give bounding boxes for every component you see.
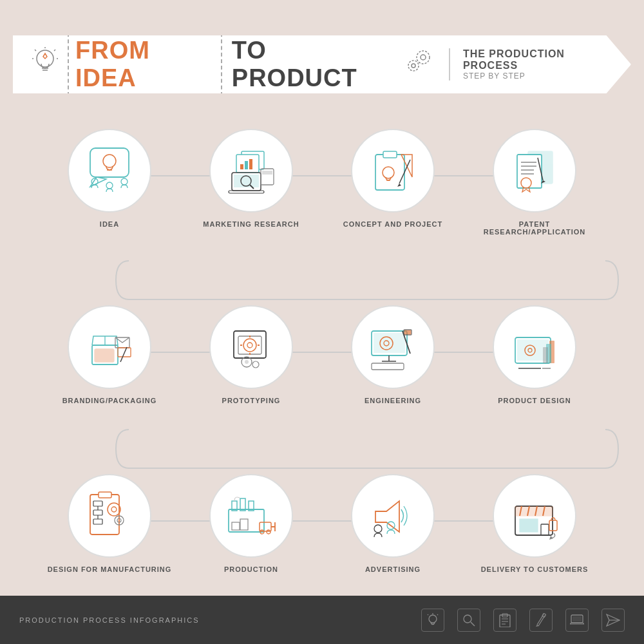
production-label: PRODUCTION <box>224 565 278 573</box>
svg-rect-112 <box>541 524 549 535</box>
branding-icon-circle <box>68 305 151 389</box>
subtitle-line2: STEP BY STEP <box>463 71 612 80</box>
footer: PRODUCTION PROCESS INFOGRAPHICS <box>0 596 644 644</box>
product-design-icon-circle <box>493 305 576 389</box>
svg-rect-30 <box>262 171 272 175</box>
svg-rect-78 <box>95 349 114 362</box>
svg-line-2 <box>35 50 36 51</box>
lightbulb-icon <box>32 47 58 82</box>
svg-point-67 <box>243 339 256 352</box>
page: FROM IDEA TO PRODUCT THE PRODUCTION PROC… <box>0 0 644 644</box>
footer-pen-icon <box>529 609 553 632</box>
svg-point-115 <box>429 615 437 623</box>
svg-rect-132 <box>573 616 582 621</box>
svg-point-68 <box>247 343 252 348</box>
svg-rect-21 <box>240 164 243 169</box>
svg-rect-25 <box>234 175 259 187</box>
svg-point-11 <box>412 64 415 68</box>
delivery-label: DELIVERY TO CUSTOMERS <box>481 565 589 573</box>
production-icon-circle <box>209 474 293 558</box>
from-idea-text: FROM IDEA <box>75 37 150 91</box>
idea-label: IDEA <box>100 220 119 228</box>
svg-point-14 <box>103 155 116 167</box>
design-mfg-label: DESIGN FOR MANUFACTURING <box>48 565 172 573</box>
svg-point-74 <box>245 360 249 364</box>
row12-connector <box>52 261 592 280</box>
svg-rect-82 <box>90 495 119 535</box>
svg-line-118 <box>428 614 428 615</box>
svg-point-89 <box>108 503 120 516</box>
engineering-label: ENGINEERING <box>365 397 421 404</box>
svg-rect-111 <box>520 519 538 532</box>
svg-rect-53 <box>543 347 548 363</box>
svg-point-90 <box>111 507 117 512</box>
svg-rect-62 <box>372 363 404 370</box>
svg-point-104 <box>374 525 382 533</box>
idea-icon-circle <box>68 129 151 213</box>
svg-rect-84 <box>93 501 102 506</box>
header-subtitle: THE PRODUCTION PROCESS STEP BY STEP <box>449 48 612 80</box>
svg-line-121 <box>471 622 475 626</box>
svg-line-119 <box>437 614 438 615</box>
marketing-icon-circle <box>209 129 293 213</box>
svg-rect-83 <box>99 492 111 498</box>
footer-search-icon <box>457 609 480 632</box>
branding-label: BRANDING/PACKAGING <box>62 397 157 404</box>
design-mfg-icon-circle <box>68 474 151 558</box>
product-design-label: PRODUCT DESIGN <box>498 397 571 404</box>
svg-point-101 <box>267 530 270 534</box>
svg-rect-12 <box>90 148 129 177</box>
svg-rect-32 <box>383 151 397 158</box>
footer-lightbulb-icon <box>421 609 444 632</box>
svg-rect-23 <box>249 159 252 169</box>
svg-marker-35 <box>401 155 412 177</box>
patent-label: PATENT RESEARCH/APPLICATION <box>470 220 599 236</box>
svg-rect-130 <box>542 613 546 617</box>
svg-line-3 <box>54 50 55 51</box>
svg-rect-64 <box>404 330 412 335</box>
advertising-label: ADVERTISING <box>365 565 421 573</box>
concept-label: CONCEPT AND PROJECT <box>343 220 442 228</box>
svg-point-120 <box>464 615 471 623</box>
svg-point-8 <box>417 51 430 64</box>
svg-point-75 <box>252 361 259 368</box>
header-banner: FROM IDEA TO PRODUCT THE PRODUCTION PROC… <box>13 35 631 93</box>
gears-icon <box>401 48 436 81</box>
engineering-icon-circle <box>351 305 435 389</box>
svg-rect-102 <box>232 522 240 530</box>
from-idea-box: FROM IDEA <box>68 33 222 96</box>
svg-rect-86 <box>93 510 102 515</box>
svg-point-33 <box>383 167 394 178</box>
svg-marker-37 <box>397 184 401 187</box>
svg-point-18 <box>121 178 128 185</box>
svg-point-17 <box>106 182 113 189</box>
footer-paper-plane-icon <box>601 609 625 632</box>
svg-point-9 <box>421 55 426 60</box>
svg-rect-88 <box>93 519 102 524</box>
footer-laptop-icon <box>565 609 589 632</box>
delivery-icon-circle <box>493 474 576 558</box>
subtitle-line1: THE PRODUCTION PROCESS <box>463 48 612 71</box>
marketing-label: MARKETING RESEARCH <box>203 220 299 228</box>
footer-clipboard-icon <box>493 609 516 632</box>
svg-rect-113 <box>549 520 557 531</box>
svg-rect-93 <box>229 509 264 532</box>
svg-line-81 <box>120 347 127 362</box>
concept-icon-circle <box>351 129 435 213</box>
prototyping-label: PROTOTYPING <box>222 397 281 404</box>
row23-connector <box>52 430 592 449</box>
svg-point-10 <box>408 61 419 71</box>
svg-rect-22 <box>245 161 248 169</box>
patent-icon-circle <box>493 129 576 213</box>
footer-icons <box>421 609 625 632</box>
footer-label: PRODUCTION PROCESS INFOGRAPHICS <box>19 616 421 624</box>
advertising-icon-circle <box>351 474 435 558</box>
svg-rect-103 <box>240 519 248 530</box>
main-content: IDEA <box>0 109 644 592</box>
to-product-text: TO PRODUCT <box>232 37 388 92</box>
prototyping-icon-circle <box>209 305 293 389</box>
